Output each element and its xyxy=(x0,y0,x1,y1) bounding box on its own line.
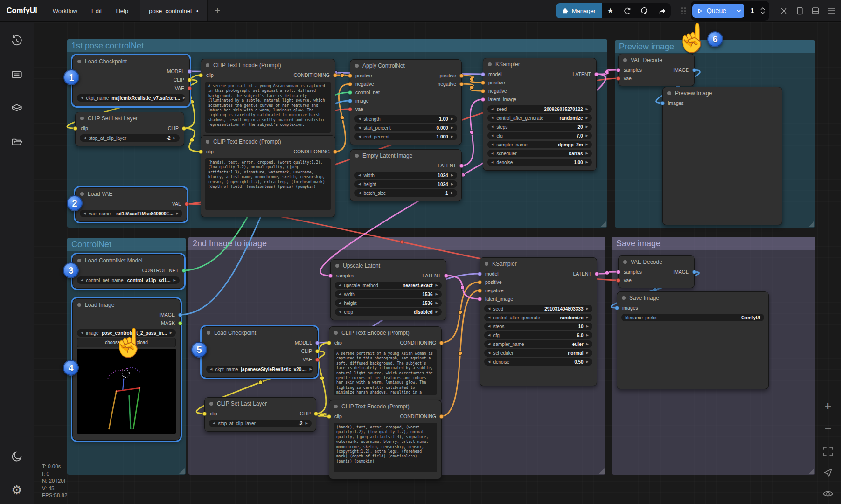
input-port-clip[interactable] xyxy=(199,73,203,77)
input-port-images[interactable] xyxy=(615,306,619,310)
increment-arrow-icon[interactable]: ▶ xyxy=(586,125,588,129)
collapse-dot-icon[interactable] xyxy=(206,63,209,67)
increment-arrow-icon[interactable]: ▶ xyxy=(586,324,589,328)
restart-icon[interactable] xyxy=(636,3,653,18)
input-port-control-net[interactable] xyxy=(348,90,352,95)
decrement-arrow-icon[interactable]: ◀ xyxy=(491,125,493,129)
input-port-clip[interactable] xyxy=(73,126,77,131)
collapse-dot-icon[interactable] xyxy=(207,331,210,335)
widget-width[interactable]: ◀width1024▶ xyxy=(354,172,457,179)
pointer-send-icon[interactable] xyxy=(823,468,833,478)
increment-arrow-icon[interactable]: ▶ xyxy=(586,152,588,155)
queue-count-stepper[interactable] xyxy=(760,7,765,14)
panel-icon[interactable] xyxy=(792,0,807,21)
node-header[interactable]: CLIP Set Last Layer xyxy=(205,398,316,410)
prompt-textarea[interactable]: (hands), text, error, cropped, (worst qu… xyxy=(334,423,437,472)
node-header[interactable]: CLIP Text Encode (Prompt) xyxy=(201,59,335,71)
widget-batch-size[interactable]: ◀batch_size1▶ xyxy=(354,189,457,197)
input-port-clip[interactable] xyxy=(202,412,207,416)
node-header[interactable]: Load Checkpoint xyxy=(202,327,317,339)
decrement-arrow-icon[interactable]: ◀ xyxy=(339,292,341,296)
prompt-textarea[interactable]: A serene portrait of a young Asian woman… xyxy=(334,349,437,395)
decrement-arrow-icon[interactable]: ◀ xyxy=(491,152,493,155)
drag-handle[interactable] xyxy=(681,7,686,14)
input-port-negative[interactable] xyxy=(478,289,482,293)
widget-start-percent[interactable]: ◀start_percent0.000▶ xyxy=(354,124,457,131)
decrement-arrow-icon[interactable]: ◀ xyxy=(213,421,215,425)
node-header[interactable]: KSampler xyxy=(480,258,597,270)
widget-stop-at-clip-layer[interactable]: ◀stop_at_clip_layer-2▶ xyxy=(80,134,180,142)
output-port-vae[interactable] xyxy=(185,202,189,206)
node-library-icon[interactable] xyxy=(7,99,26,117)
output-port-image[interactable] xyxy=(178,313,182,317)
collapse-dot-icon[interactable] xyxy=(667,91,671,95)
input-port-vae[interactable] xyxy=(616,76,620,81)
widget-upscale-method[interactable]: ◀upscale_methodnearest-exact▶ xyxy=(335,282,442,289)
collapse-dot-icon[interactable] xyxy=(622,296,626,300)
node-clip-set-last-layer-clipskip2[interactable]: CLIP Set Last LayerclipCLIP◀stop_at_clip… xyxy=(204,397,316,432)
node-empty-latent-image-empty[interactable]: Empty Latent ImageLATENT◀width1024▶◀heig… xyxy=(350,149,462,201)
update-all-icon[interactable] xyxy=(619,3,636,18)
collapse-dot-icon[interactable] xyxy=(77,259,81,262)
decrement-arrow-icon[interactable]: ◀ xyxy=(488,316,490,319)
input-port-negative[interactable] xyxy=(481,89,485,93)
widget-steps[interactable]: ◀steps20▶ xyxy=(487,123,592,131)
input-port-negative[interactable] xyxy=(348,82,352,86)
output-port-image[interactable] xyxy=(692,270,696,274)
tab-pose-controlnet[interactable]: pose_controlnet ● xyxy=(140,0,207,21)
decrement-arrow-icon[interactable]: ◀ xyxy=(491,134,493,138)
collapse-dot-icon[interactable] xyxy=(80,117,84,120)
input-port-samples[interactable] xyxy=(616,68,620,72)
increment-arrow-icon[interactable]: ▶ xyxy=(183,96,185,100)
output-port-conditioning[interactable] xyxy=(439,341,444,345)
bottom-panel-icon[interactable] xyxy=(807,0,823,21)
decrement-arrow-icon[interactable]: ◀ xyxy=(358,117,361,121)
increment-arrow-icon[interactable]: ▶ xyxy=(451,182,453,186)
input-port-clip[interactable] xyxy=(327,414,331,419)
node-header[interactable]: CLIP Text Encode (Prompt) xyxy=(329,400,441,413)
input-port-positive[interactable] xyxy=(478,280,482,284)
settings-gear-icon[interactable]: ⚙ xyxy=(7,481,26,499)
collapse-dot-icon[interactable] xyxy=(334,405,338,408)
increment-arrow-icon[interactable]: ▶ xyxy=(310,367,312,371)
decrement-arrow-icon[interactable]: ◀ xyxy=(81,278,83,282)
node-load-checkpoint-ckpt1[interactable]: Load CheckpointMODELCLIPVAE◀ckpt_namemaj… xyxy=(72,55,190,106)
new-tab-button[interactable]: + xyxy=(208,6,228,16)
increment-arrow-icon[interactable]: ▶ xyxy=(451,173,453,177)
zoom-out-icon[interactable]: − xyxy=(824,423,831,435)
node-header[interactable]: Load Checkpoint xyxy=(73,55,189,68)
collapse-dot-icon[interactable] xyxy=(335,264,339,268)
decrement-arrow-icon[interactable]: ◀ xyxy=(339,301,341,305)
increment-arrow-icon[interactable]: ▶ xyxy=(306,421,308,425)
node-graph-canvas[interactable]: 1st pose controlNetPreview imageControlN… xyxy=(0,0,841,504)
widget-seed[interactable]: ◀seed291031404803333▶ xyxy=(484,305,592,312)
increment-arrow-icon[interactable]: ▶ xyxy=(170,331,172,335)
node-header[interactable]: CLIP Set Last Layer xyxy=(76,112,184,124)
widget-cfg[interactable]: ◀cfg7.0▶ xyxy=(487,132,592,139)
increment-arrow-icon[interactable]: ▶ xyxy=(436,310,438,314)
node-clip-set-last-layer-clipskip1[interactable]: CLIP Set Last LayerclipCLIP◀stop_at_clip… xyxy=(75,112,184,146)
output-port-latent[interactable] xyxy=(594,72,598,76)
widget-height[interactable]: ◀height1536▶ xyxy=(335,299,442,307)
queue-list-icon[interactable] xyxy=(7,65,26,84)
collapse-dot-icon[interactable] xyxy=(623,260,627,264)
widget-scheduler[interactable]: ◀schedulernormal▶ xyxy=(484,349,592,357)
increment-arrow-icon[interactable]: ▶ xyxy=(586,351,589,355)
eye-icon[interactable] xyxy=(822,489,834,498)
decrement-arrow-icon[interactable]: ◀ xyxy=(339,310,341,314)
widget-stop-at-clip-layer[interactable]: ◀stop_at_clip_layer-2▶ xyxy=(209,420,312,427)
widget-strength[interactable]: ◀strength1.00▶ xyxy=(354,115,457,123)
widget-crop[interactable]: ◀cropdisabled▶ xyxy=(335,308,442,316)
widget-sampler-name[interactable]: ◀sampler_namedpmpp_2m▶ xyxy=(487,141,592,148)
increment-arrow-icon[interactable]: ▶ xyxy=(436,283,438,287)
decrement-arrow-icon[interactable]: ◀ xyxy=(491,160,493,164)
output-port-negative[interactable] xyxy=(459,82,464,86)
input-port-latent-image[interactable] xyxy=(481,97,485,102)
workflows-folder-icon[interactable] xyxy=(7,132,26,151)
input-port-clip[interactable] xyxy=(199,150,203,154)
decrement-arrow-icon[interactable]: ◀ xyxy=(488,333,490,337)
decrement-arrow-icon[interactable]: ◀ xyxy=(81,331,83,335)
node-vae-decode-vdec1[interactable]: VAE DecodesamplesIMAGEvae xyxy=(618,54,695,86)
output-port-mask[interactable] xyxy=(178,321,182,325)
zoom-in-icon[interactable]: + xyxy=(824,400,831,412)
